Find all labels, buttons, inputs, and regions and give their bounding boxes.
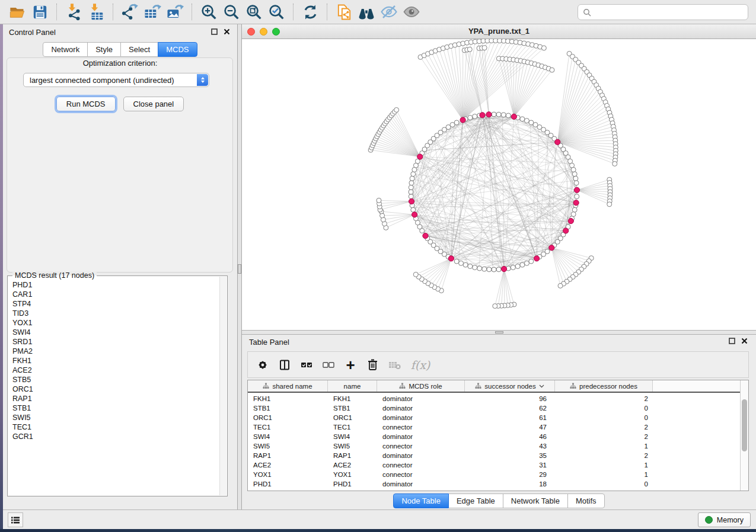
- close-panel-icon[interactable]: [741, 338, 748, 344]
- close-panel-icon[interactable]: [224, 28, 230, 35]
- table-cell[interactable]: 1: [555, 443, 653, 450]
- table-row[interactable]: RAP1RAP1dominator352: [248, 451, 741, 460]
- table-cell[interactable]: 31: [465, 462, 555, 469]
- table-cell[interactable]: 46: [465, 433, 555, 440]
- mcds-list-scrollbar[interactable]: [219, 277, 227, 495]
- network-graph[interactable]: [242, 39, 756, 330]
- column-header-mcds-role[interactable]: MCDS role: [377, 380, 465, 392]
- table-cell[interactable]: connector: [377, 424, 465, 431]
- column-header-successor-nodes[interactable]: successor nodes: [465, 380, 555, 392]
- table-cell[interactable]: 29: [465, 471, 555, 478]
- table-cell[interactable]: ORC1: [328, 414, 377, 421]
- table-cell[interactable]: 43: [465, 443, 555, 450]
- memory-button[interactable]: Memory: [698, 512, 751, 527]
- mcds-result-item[interactable]: SWI5: [12, 413, 219, 422]
- table-cell[interactable]: PHD1: [248, 480, 328, 488]
- mcds-result-item[interactable]: FKH1: [12, 356, 219, 366]
- table-cell[interactable]: 35: [465, 452, 555, 459]
- table-cell[interactable]: 0: [555, 405, 653, 412]
- table-cell[interactable]: 2: [555, 395, 653, 402]
- table-cell[interactable]: 18: [465, 480, 555, 488]
- table-cell[interactable]: FKH1: [328, 395, 377, 402]
- table-cell[interactable]: 0: [555, 480, 653, 488]
- mcds-result-item[interactable]: STB1: [12, 403, 219, 413]
- table-cell[interactable]: ACE2: [248, 462, 328, 469]
- table-row[interactable]: YOX1YOX1connector291: [248, 470, 741, 479]
- table-cell[interactable]: connector: [377, 462, 465, 469]
- table-cell[interactable]: 1: [555, 471, 653, 478]
- table-cell[interactable]: RAP1: [328, 452, 377, 459]
- table-row[interactable]: PHD1PHD1dominator180: [248, 479, 741, 489]
- table-cell[interactable]: dominator: [377, 452, 465, 459]
- table-cell[interactable]: 1: [555, 462, 653, 469]
- export-table-button[interactable]: [142, 2, 162, 22]
- table-row[interactable]: FKH1FKH1dominator962: [248, 394, 741, 403]
- mcds-result-item[interactable]: YOX1: [12, 318, 219, 328]
- mcds-result-item[interactable]: PMA2: [12, 347, 219, 356]
- column-header-name[interactable]: name: [328, 380, 377, 392]
- select-all-rows-button[interactable]: [298, 356, 315, 374]
- table-row[interactable]: TEC1TEC1connector472: [248, 422, 741, 432]
- mcds-result-item[interactable]: TID3: [12, 309, 219, 318]
- table-cell[interactable]: 2: [555, 433, 653, 440]
- table-cell[interactable]: dominator: [377, 480, 465, 488]
- zoom-selected-button[interactable]: [266, 2, 286, 22]
- table-cell[interactable]: YOX1: [328, 471, 377, 478]
- splitter-grip[interactable]: [238, 264, 241, 274]
- function-builder-button[interactable]: f(x): [407, 356, 433, 374]
- table-cell[interactable]: PHD1: [328, 480, 377, 488]
- table-row[interactable]: SWI4SWI4dominator462: [248, 432, 741, 441]
- table-cell[interactable]: STB1: [328, 405, 377, 412]
- table-cell[interactable]: SWI4: [328, 433, 377, 440]
- first-neighbors-button[interactable]: [356, 2, 377, 22]
- tab-mcds[interactable]: MCDS: [158, 42, 197, 57]
- zoom-out-button[interactable]: [221, 2, 241, 22]
- table-cell[interactable]: 61: [465, 414, 555, 421]
- table-row[interactable]: ORC1ORC1dominator610: [248, 413, 741, 422]
- column-header-predecessor-nodes[interactable]: predecessor nodes: [555, 380, 653, 392]
- mcds-result-item[interactable]: ACE2: [12, 366, 219, 375]
- export-image-button[interactable]: [165, 2, 185, 22]
- optimization-criterion-select[interactable]: largest connected component (undirected): [23, 73, 209, 87]
- vertical-splitter[interactable]: [237, 24, 242, 509]
- show-all-button[interactable]: [401, 2, 422, 22]
- tab-node-table[interactable]: Node Table: [393, 493, 449, 508]
- refresh-button[interactable]: [300, 2, 320, 22]
- tab-network[interactable]: Network: [43, 42, 88, 57]
- mcds-result-item[interactable]: RAP1: [12, 394, 219, 403]
- table-cell[interactable]: ACE2: [328, 462, 377, 469]
- open-file-button[interactable]: [7, 2, 27, 22]
- splitter-grip[interactable]: [495, 331, 503, 334]
- run-mcds-button[interactable]: Run MCDS: [56, 97, 116, 111]
- table-cell[interactable]: SWI5: [248, 443, 328, 450]
- table-cell[interactable]: ORC1: [248, 414, 328, 421]
- float-window-icon[interactable]: [211, 28, 218, 35]
- save-session-button[interactable]: [30, 2, 50, 22]
- mcds-result-item[interactable]: SRD1: [12, 337, 219, 347]
- tab-style[interactable]: Style: [87, 42, 121, 57]
- mcds-result-item[interactable]: SWI4: [12, 328, 219, 337]
- table-cell[interactable]: TEC1: [248, 424, 328, 431]
- float-window-icon[interactable]: [729, 338, 735, 344]
- table-cell[interactable]: 2: [555, 424, 653, 431]
- table-cell[interactable]: dominator: [377, 395, 465, 402]
- zoom-fit-button[interactable]: [244, 2, 264, 22]
- table-cell[interactable]: FKH1: [248, 395, 328, 402]
- table-cell[interactable]: 0: [555, 414, 653, 421]
- table-cell[interactable]: RAP1: [248, 452, 328, 459]
- table-row[interactable]: SWI5SWI5connector431: [248, 441, 741, 451]
- zoom-in-button[interactable]: [199, 2, 219, 22]
- tab-select[interactable]: Select: [120, 42, 158, 57]
- table-settings-button[interactable]: [254, 356, 272, 374]
- table-scrollbar[interactable]: [740, 380, 748, 491]
- horizontal-splitter[interactable]: [242, 330, 756, 335]
- mcds-result-item[interactable]: PHD1: [12, 280, 219, 290]
- tab-edge-table[interactable]: Edge Table: [448, 493, 503, 508]
- mcds-result-item[interactable]: TEC1: [12, 422, 219, 432]
- mcds-result-item[interactable]: STB5: [12, 375, 219, 384]
- add-column-button[interactable]: +: [342, 356, 359, 374]
- delete-column-button[interactable]: [363, 356, 381, 374]
- close-panel-button[interactable]: Close panel: [123, 97, 184, 111]
- table-cell[interactable]: SWI5: [328, 443, 377, 450]
- table-cell[interactable]: dominator: [377, 414, 465, 421]
